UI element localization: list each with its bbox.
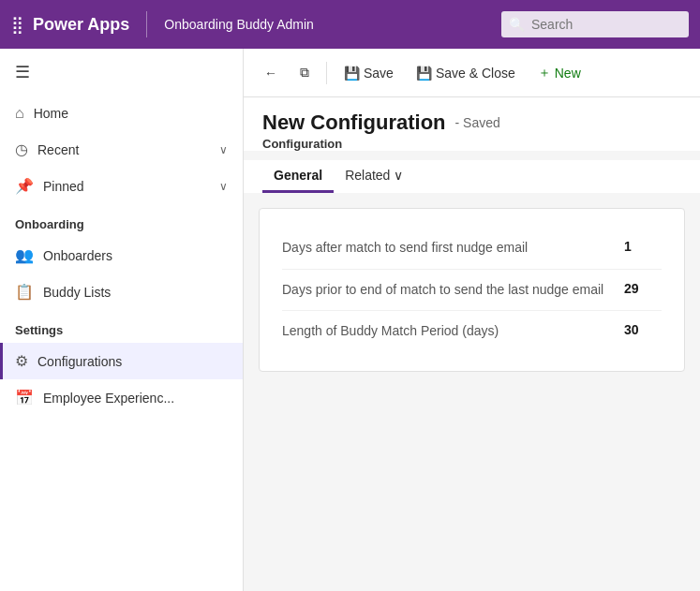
onboarding-section-title: Onboarding bbox=[0, 204, 243, 237]
page-saved-status: - Saved bbox=[455, 115, 500, 130]
sidebar-item-buddy-lists[interactable]: 📋 Buddy Lists bbox=[0, 273, 243, 310]
employee-experience-icon: 📅 bbox=[15, 389, 34, 406]
home-icon: ⌂ bbox=[15, 105, 24, 122]
onboarders-icon: 👥 bbox=[15, 246, 34, 264]
config-row-match-period: Length of Buddy Match Period (days) 30 bbox=[282, 311, 662, 352]
page-title-row: New Configuration - Saved bbox=[262, 111, 681, 135]
tabs-bar: General Related ∨ bbox=[244, 160, 700, 193]
topbar-context: Onboarding Buddy Admin bbox=[164, 17, 492, 32]
config-value-nudge-days: 1 bbox=[624, 239, 662, 254]
save-button[interactable]: 💾 Save bbox=[335, 60, 403, 86]
config-row-nudge-days: Days after match to send first nudge ema… bbox=[282, 228, 662, 270]
page-header: New Configuration - Saved Configuration bbox=[244, 97, 700, 151]
topbar: ⣿ Power Apps Onboarding Buddy Admin 🔍 bbox=[0, 0, 700, 49]
config-row-last-nudge: Days prior to end of match to send the l… bbox=[282, 270, 662, 312]
grid-icon[interactable]: ⣿ bbox=[11, 14, 23, 35]
search-input[interactable] bbox=[501, 11, 689, 37]
save-label: Save bbox=[364, 66, 394, 81]
save-close-button[interactable]: 💾 Save & Close bbox=[407, 60, 525, 86]
sidebar-item-label: Recent bbox=[37, 142, 79, 157]
config-label-match-period: Length of Buddy Match Period (days) bbox=[282, 322, 624, 341]
toolbar: ← ⧉ 💾 Save 💾 Save & Close ＋ New bbox=[244, 49, 700, 97]
sidebar-item-configurations[interactable]: ⚙ Configurations bbox=[0, 343, 243, 379]
back-button[interactable]: ← bbox=[255, 60, 287, 86]
sidebar-item-label: Onboarders bbox=[43, 248, 112, 263]
settings-section-title: Settings bbox=[0, 310, 243, 343]
sidebar-item-pinned[interactable]: 📌 Pinned ∨ bbox=[0, 168, 243, 204]
chevron-down-icon: ∨ bbox=[219, 143, 228, 156]
sidebar: ☰ ⌂ Home ◷ Recent ∨ 📌 Pinned ∨ Onboardin… bbox=[0, 49, 244, 591]
page-title: New Configuration bbox=[262, 111, 446, 135]
tab-related[interactable]: Related ∨ bbox=[334, 160, 414, 193]
buddy-lists-icon: 📋 bbox=[15, 283, 34, 301]
config-label-last-nudge: Days prior to end of match to send the l… bbox=[282, 281, 624, 300]
app-layout: ☰ ⌂ Home ◷ Recent ∨ 📌 Pinned ∨ Onboardin… bbox=[0, 49, 700, 591]
sidebar-item-employee-experience[interactable]: 📅 Employee Experienc... bbox=[0, 379, 243, 416]
sidebar-item-home[interactable]: ⌂ Home bbox=[0, 96, 243, 131]
sidebar-item-label: Pinned bbox=[43, 179, 84, 194]
sidebar-item-recent[interactable]: ◷ Recent ∨ bbox=[0, 131, 243, 168]
pin-icon: 📌 bbox=[15, 177, 34, 195]
app-name: Power Apps bbox=[33, 15, 129, 35]
save-icon: 💾 bbox=[344, 66, 360, 81]
open-button[interactable]: ⧉ bbox=[290, 59, 319, 86]
new-button[interactable]: ＋ New bbox=[529, 59, 590, 87]
config-value-match-period: 30 bbox=[624, 322, 662, 337]
sidebar-item-label: Buddy Lists bbox=[43, 285, 111, 300]
new-icon: ＋ bbox=[538, 65, 551, 81]
toolbar-divider bbox=[326, 62, 327, 84]
page-subtitle: Configuration bbox=[262, 137, 681, 151]
sidebar-item-label: Employee Experienc... bbox=[43, 391, 174, 406]
recent-icon: ◷ bbox=[15, 140, 28, 158]
chevron-down-icon: ∨ bbox=[394, 168, 403, 183]
sidebar-item-label: Home bbox=[34, 106, 68, 121]
save-close-label: Save & Close bbox=[436, 66, 515, 81]
configurations-icon: ⚙ bbox=[15, 352, 28, 370]
config-label-nudge-days: Days after match to send first nudge ema… bbox=[282, 239, 624, 258]
config-value-last-nudge: 29 bbox=[624, 281, 662, 296]
topbar-divider bbox=[146, 11, 147, 37]
main-content: ← ⧉ 💾 Save 💾 Save & Close ＋ New New Conf… bbox=[244, 49, 700, 591]
back-icon: ← bbox=[264, 66, 277, 81]
open-icon: ⧉ bbox=[300, 65, 309, 81]
sidebar-item-label: Configurations bbox=[37, 354, 122, 369]
new-label: New bbox=[555, 66, 581, 81]
tab-general[interactable]: General bbox=[262, 160, 334, 193]
save-close-icon: 💾 bbox=[416, 66, 432, 81]
chevron-down-icon: ∨ bbox=[219, 180, 228, 193]
search-wrapper: 🔍 bbox=[501, 11, 689, 37]
hamburger-button[interactable]: ☰ bbox=[0, 49, 243, 96]
content-area: Days after match to send first nudge ema… bbox=[244, 193, 700, 591]
config-card: Days after match to send first nudge ema… bbox=[259, 208, 685, 372]
sidebar-item-onboarders[interactable]: 👥 Onboarders bbox=[0, 237, 243, 273]
